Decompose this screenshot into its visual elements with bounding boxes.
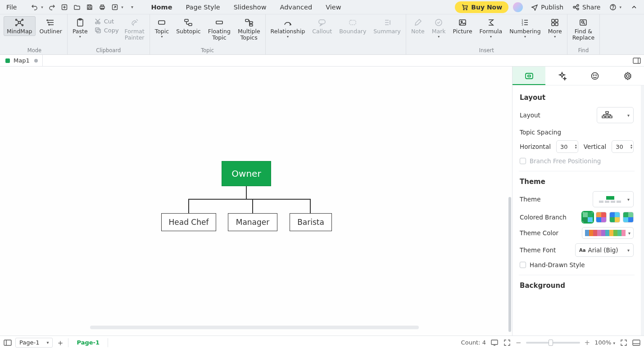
mark-dropdown-icon[interactable]: ▾ — [438, 35, 440, 39]
outliner-button[interactable]: Outliner — [36, 16, 65, 36]
more-icon — [550, 18, 560, 27]
callout-button[interactable]: Callout — [309, 16, 335, 36]
bottom-panel-button[interactable] — [632, 339, 640, 347]
sp-tab-settings[interactable] — [611, 67, 644, 85]
document-tab-map1[interactable]: Map1 — [0, 55, 43, 66]
more-dropdown-icon[interactable]: ▾ — [554, 35, 556, 39]
copy-button[interactable]: Copy — [94, 26, 119, 34]
side-panel-scrollbar[interactable] — [641, 85, 644, 336]
zoom-in-button[interactable]: + — [585, 339, 590, 347]
undo-dropdown-icon[interactable]: ▾ — [40, 3, 44, 12]
numbering-dropdown-icon[interactable]: ▾ — [524, 35, 526, 39]
theme-color-label: Theme Color — [520, 229, 558, 237]
picture-button[interactable]: Picture — [450, 16, 476, 36]
node-head-chef[interactable]: Head Chef — [161, 213, 216, 231]
sp-tab-icons[interactable] — [578, 67, 611, 85]
paste-button[interactable]: Paste ▾ — [69, 16, 91, 40]
outline-panel-button[interactable] — [4, 339, 12, 347]
branch-swatch-1[interactable] — [596, 212, 607, 223]
svg-rect-1 — [88, 8, 91, 9]
tab-page-style[interactable]: Page Style — [184, 2, 222, 13]
buy-now-button[interactable]: Buy Now — [455, 1, 508, 13]
collapse-ribbon-button[interactable] — [627, 2, 641, 13]
topic-dropdown-icon[interactable]: ▾ — [161, 35, 163, 39]
numbering-label: Numbering — [509, 28, 541, 35]
page-tab-1[interactable]: Page-1 — [72, 338, 104, 347]
zoom-slider-knob[interactable] — [549, 340, 553, 346]
theme-color-select[interactable]: ▾ — [582, 227, 634, 239]
floating-topic-button[interactable]: Floating Topic — [205, 16, 234, 43]
subtopic-button[interactable]: Subtopic — [173, 16, 204, 36]
theme-font-select[interactable]: AaArial (Big) ▾ — [575, 243, 634, 257]
hand-drawn-checkbox[interactable]: Hand-Drawn Style — [520, 261, 634, 268]
open-icon[interactable] — [73, 3, 82, 12]
help-icon — [609, 4, 617, 11]
mark-button[interactable]: Mark▾ — [429, 16, 449, 40]
zoom-slider[interactable] — [526, 342, 580, 344]
add-page-button[interactable]: ＋ — [56, 339, 64, 347]
vertical-scrollbar[interactable] — [508, 197, 511, 332]
sp-tab-page[interactable] — [512, 67, 545, 85]
numbering-button[interactable]: 123Numbering▾ — [506, 16, 544, 40]
help-dropdown-icon[interactable]: ▾ — [619, 5, 621, 9]
formula-button[interactable]: Formula▾ — [476, 16, 506, 40]
mindmap-button[interactable]: MindMap — [4, 16, 36, 36]
format-painter-button[interactable]: Format Painter — [122, 16, 148, 43]
file-menu[interactable]: File — [3, 2, 20, 13]
node-barista[interactable]: Barista — [290, 213, 332, 231]
horizontal-spacing-input[interactable]: 30 ▴▾ — [556, 140, 578, 153]
svg-rect-52 — [528, 75, 531, 77]
qat-customize-icon[interactable]: ▾ — [127, 3, 136, 12]
vertical-spacing-input[interactable]: 30 ▴▾ — [612, 140, 634, 153]
sp-tab-style[interactable] — [545, 67, 578, 85]
undo-icon[interactable] — [30, 3, 39, 12]
formula-dropdown-icon[interactable]: ▾ — [490, 35, 492, 39]
subtopic-icon — [183, 18, 193, 27]
note-button[interactable]: Note — [408, 16, 428, 36]
node-manager[interactable]: Manager — [228, 213, 277, 231]
node-root[interactable]: Owner — [222, 161, 271, 186]
tab-advanced[interactable]: Advanced — [278, 2, 314, 13]
fullscreen-button[interactable] — [620, 339, 628, 347]
multiple-topics-button[interactable]: Multiple Topics — [235, 16, 263, 43]
more-button[interactable]: More▾ — [545, 16, 565, 40]
tab-slideshow[interactable]: Slideshow — [232, 2, 268, 13]
present-button[interactable] — [490, 339, 499, 347]
export-dropdown-icon[interactable]: ▾ — [120, 3, 124, 12]
topic-button[interactable]: Topic ▾ — [152, 16, 172, 40]
zoom-label[interactable]: 100% ▾ — [594, 339, 615, 346]
svg-rect-36 — [349, 20, 356, 25]
help-button[interactable]: ▾ — [606, 2, 625, 13]
print-icon[interactable] — [98, 3, 107, 12]
find-replace-button[interactable]: Find & Replace — [569, 16, 598, 43]
page-dropdown[interactable]: Page-1 ▾ — [15, 338, 53, 348]
new-doc-icon[interactable] — [60, 3, 69, 12]
layout-select[interactable]: ▾ — [597, 107, 634, 123]
theme-select[interactable]: ▾ — [593, 191, 634, 207]
export-icon[interactable] — [110, 3, 119, 12]
relationship-dropdown-icon[interactable]: ▾ — [287, 35, 289, 39]
avatar[interactable] — [513, 2, 523, 12]
canvas[interactable]: Owner Head Chef Manager Barista — [0, 67, 512, 336]
zoom-out-button[interactable]: − — [516, 339, 522, 347]
paste-dropdown-icon[interactable]: ▾ — [79, 35, 81, 39]
tab-home[interactable]: Home — [149, 2, 174, 13]
chevron-down-icon: ▾ — [627, 113, 630, 118]
share-button[interactable]: Share — [569, 2, 604, 13]
branch-swatch-2[interactable] — [609, 212, 620, 223]
horizontal-scrollbar[interactable] — [90, 326, 419, 329]
branch-swatch-0[interactable] — [582, 212, 593, 223]
fit-page-button[interactable] — [503, 339, 511, 347]
branch-swatch-3[interactable] — [623, 212, 634, 223]
cut-button[interactable]: Cut — [94, 17, 119, 25]
summary-button[interactable]: Summary — [370, 16, 404, 36]
stepper-down-icon[interactable]: ▾ — [630, 147, 632, 149]
boundary-button[interactable]: Boundary — [336, 16, 369, 36]
relationship-button[interactable]: Relationship ▾ — [268, 16, 308, 40]
redo-icon[interactable] — [47, 3, 56, 12]
publish-button[interactable]: Publish — [527, 2, 567, 13]
save-icon[interactable] — [85, 3, 94, 12]
tab-view[interactable]: View — [324, 2, 343, 13]
stepper-down-icon[interactable]: ▾ — [575, 147, 577, 149]
toggle-panel-button[interactable] — [632, 56, 641, 65]
